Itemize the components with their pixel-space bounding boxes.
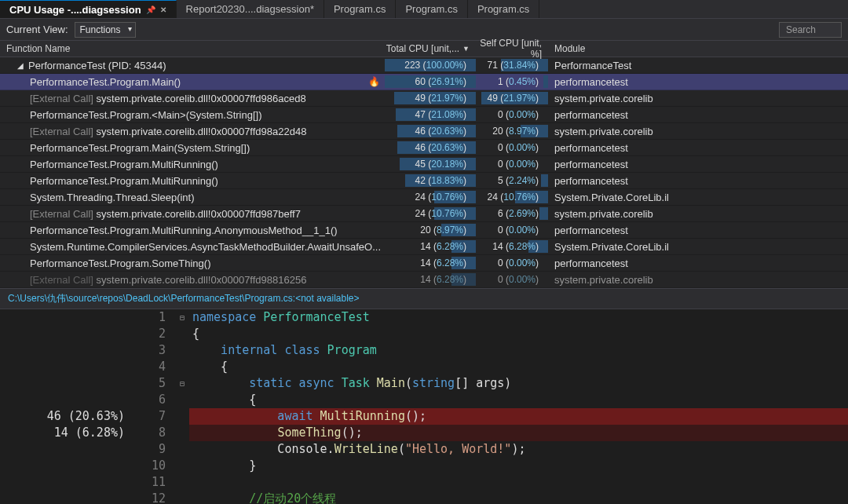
table-row[interactable]: [External Call] system.private.corelib.d… [0, 123, 848, 140]
search-input[interactable]: Search [779, 22, 842, 38]
functions-table: Function Name Total CPU [unit,...▼ Self … [0, 41, 848, 288]
pin-icon[interactable]: 📌 [146, 5, 155, 14]
toolbar: Current View: Functions Search [0, 19, 848, 41]
document-tab[interactable]: Report20230....diagsession* [177, 0, 324, 18]
document-tab[interactable]: CPU Usage -....diagsession📌✕ [0, 0, 177, 18]
expand-icon[interactable]: ◢ [16, 61, 25, 70]
table-row[interactable]: PerformanceTest.Program.MultiRunning()42… [0, 173, 848, 189]
col-self-cpu[interactable]: Self CPU [unit, %] [476, 38, 548, 60]
fold-icon[interactable]: ⊟ [175, 375, 189, 392]
line-numbers: 123456789101112 [130, 309, 175, 504]
table-row[interactable]: System.Threading.Thread.Sleep(int)24 (10… [0, 189, 848, 206]
metric-line-8: 14 (6.28%) [0, 425, 130, 441]
table-row[interactable]: ◢PerformanceTest (PID: 45344)223 (100.00… [0, 57, 848, 74]
document-tab[interactable]: Program.cs [324, 0, 396, 18]
code-lines[interactable]: namespace PerformanceTest { internal cla… [189, 309, 848, 504]
table-row[interactable]: PerformanceTest.Program.MultiRunning()45… [0, 156, 848, 173]
table-row[interactable]: PerformanceTest.Program.Main()🔥60 (26.91… [0, 74, 848, 90]
table-row[interactable]: [External Call] system.private.corelib.d… [0, 206, 848, 222]
fold-icon[interactable]: ⊟ [175, 309, 189, 326]
document-tab[interactable]: Program.cs [396, 0, 467, 18]
code-pane: 46 (20.63%) 14 (6.28%) 123456789101112 ⊟… [0, 309, 848, 504]
hotpath-icon: 🔥 [368, 76, 385, 87]
col-total-cpu[interactable]: Total CPU [unit,...▼ [385, 43, 476, 54]
current-view-label: Current View: [6, 24, 68, 35]
col-function-name[interactable]: Function Name [0, 43, 385, 54]
table-row[interactable]: PerformanceTest.Program.<Main>(System.St… [0, 107, 848, 123]
fold-gutter: ⊟ ⊟ [175, 309, 189, 504]
col-module[interactable]: Module [548, 43, 848, 54]
metric-gutter: 46 (20.63%) 14 (6.28%) [0, 309, 130, 504]
table-row[interactable]: [External Call] system.private.corelib.d… [0, 90, 848, 107]
metric-line-7: 46 (20.63%) [0, 408, 130, 425]
view-select[interactable]: Functions [75, 22, 136, 38]
table-row[interactable]: PerformanceTest.Program.MultiRunning.Ano… [0, 222, 848, 239]
source-path: C:\Users\仇伟\source\repos\DeadLock\Perfor… [0, 288, 848, 309]
document-tabs: CPU Usage -....diagsession📌✕Report20230.… [0, 0, 848, 19]
table-row[interactable]: System.Runtime.CompilerServices.AsyncTas… [0, 239, 848, 255]
close-icon[interactable]: ✕ [160, 5, 166, 14]
table-row[interactable]: PerformanceTest.Program.SomeThing()14 (6… [0, 255, 848, 272]
sort-desc-icon: ▼ [462, 45, 470, 53]
document-tab[interactable]: Program.cs [468, 0, 539, 18]
table-header: Function Name Total CPU [unit,...▼ Self … [0, 41, 848, 57]
table-row[interactable]: PerformanceTest.Program.Main(System.Stri… [0, 140, 848, 156]
table-row[interactable]: [External Call] system.private.corelib.d… [0, 272, 848, 288]
